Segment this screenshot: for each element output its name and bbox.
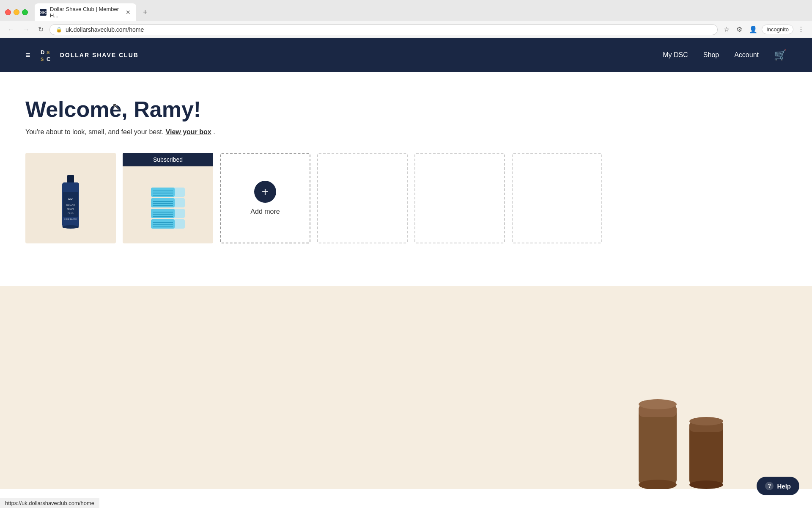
site-nav: My DSC Shop Account 🛒 [663,49,787,61]
nav-my-dsc[interactable]: My DSC [663,51,688,59]
view-your-box-link[interactable]: View your box [166,128,211,135]
incognito-badge: Incognito [762,25,793,34]
new-tab-button[interactable]: + [140,6,151,19]
site-logo[interactable]: D S S C DOLLAR SHAVE CLUB [39,46,139,64]
welcome-heading: Welcome, Ramy! [25,97,787,121]
svg-text:D: D [41,49,44,55]
product-cards-row: DSC DOLLAR SHAVE CLUB HAIR PASTE Subscri… [25,153,787,243]
razor-image-area [123,153,213,243]
svg-text:HAIR PASTE: HAIR PASTE [64,218,77,221]
svg-text:S: S [41,57,44,62]
profile-button[interactable]: 👤 [746,24,760,35]
svg-text:SHAVE: SHAVE [67,208,74,210]
promo-section [0,286,812,489]
toolbar-icons: ☆ ⚙ 👤 Incognito ⋮ [721,24,807,35]
logo-text: DOLLAR SHAVE CLUB [60,52,139,58]
nav-shop[interactable]: Shop [703,51,719,59]
hair-paste-illustration: DSC DOLLAR SHAVE CLUB HAIR PASTE [58,173,83,232]
dsc-logo-svg: D S S C [39,46,56,64]
plus-icon: + [262,185,269,199]
tab-favicon: DSC [40,9,47,16]
browser-titlebar: DSC Dollar Shave Club | Member H... ✕ + [0,0,812,21]
url-text: uk.dollarshaveclub.com/home [66,26,711,33]
incognito-label: Incognito [766,26,789,33]
svg-point-41 [689,480,723,489]
promo-product-2 [685,413,727,489]
svg-text:CLUB: CLUB [68,212,74,215]
svg-point-36 [639,399,677,409]
back-button[interactable]: ← [5,24,17,35]
forward-button[interactable]: → [20,24,32,35]
svg-point-40 [689,417,723,425]
browser-menu-button[interactable]: ⋮ [795,24,807,35]
svg-point-13 [62,225,79,229]
status-bar: https://uk.dollarshaveclub.com/home [0,498,99,508]
add-more-card[interactable]: + Add more [220,153,310,243]
site-header: ≡ D S S C DOLLAR SHAVE CLUB My DSC Shop … [0,38,812,72]
help-button-label: Help [777,483,791,490]
tab-close-button[interactable]: ✕ [125,9,131,16]
lock-icon: 🔒 [56,27,62,33]
empty-card-2 [414,153,505,243]
subtitle-text-after: . [213,128,215,135]
help-icon: ? [765,482,774,490]
bookmark-button[interactable]: ☆ [721,24,732,35]
empty-card-3 [512,153,602,243]
cart-icon[interactable]: 🛒 [774,49,787,61]
extensions-button[interactable]: ⚙ [734,24,745,35]
tab-title: Dollar Shave Club | Member H... [50,6,121,19]
svg-rect-5 [67,175,74,183]
add-more-circle: + [254,181,276,203]
empty-card-1 [317,153,408,243]
svg-text:C: C [47,56,51,62]
promo-products [634,396,727,489]
svg-text:DSC: DSC [68,198,74,201]
browser-toolbar: ← → ↻ 🔒 uk.dollarshaveclub.com/home ☆ ⚙ … [0,21,812,38]
minimize-window-button[interactable] [14,9,19,15]
main-content: Welcome, Ramy! You're about to look, sme… [0,72,812,260]
browser-tab-active[interactable]: DSC Dollar Shave Club | Member H... ✕ [35,3,136,21]
promo-product-1 [634,396,681,489]
hamburger-menu-button[interactable]: ≡ [25,50,30,60]
traffic-lights [5,9,28,15]
product-card-hair-paste[interactable]: DSC DOLLAR SHAVE CLUB HAIR PASTE [25,153,116,243]
svg-text:DOLLAR: DOLLAR [66,204,75,206]
help-button[interactable]: ? Help [757,477,799,495]
help-icon-symbol: ? [768,483,771,489]
add-more-label: Add more [250,208,280,215]
welcome-subtitle: You're about to look, smell, and feel yo… [25,128,787,136]
browser-chrome: DSC Dollar Shave Club | Member H... ✕ + … [0,0,812,38]
svg-text:S: S [47,50,49,55]
subtitle-text-before: You're about to look, smell, and feel yo… [25,128,166,135]
close-window-button[interactable] [5,9,11,15]
subscribed-badge: Subscribed [123,153,213,166]
hair-paste-image-area: DSC DOLLAR SHAVE CLUB HAIR PASTE [25,153,116,243]
status-url: https://uk.dollarshaveclub.com/home [5,500,94,506]
nav-account[interactable]: Account [734,51,759,59]
refresh-button[interactable]: ↻ [36,24,46,35]
maximize-window-button[interactable] [22,9,28,15]
product-card-razor[interactable]: Subscribed [123,153,213,243]
razor-illustration [147,177,189,236]
address-bar[interactable]: 🔒 uk.dollarshaveclub.com/home [49,24,718,35]
